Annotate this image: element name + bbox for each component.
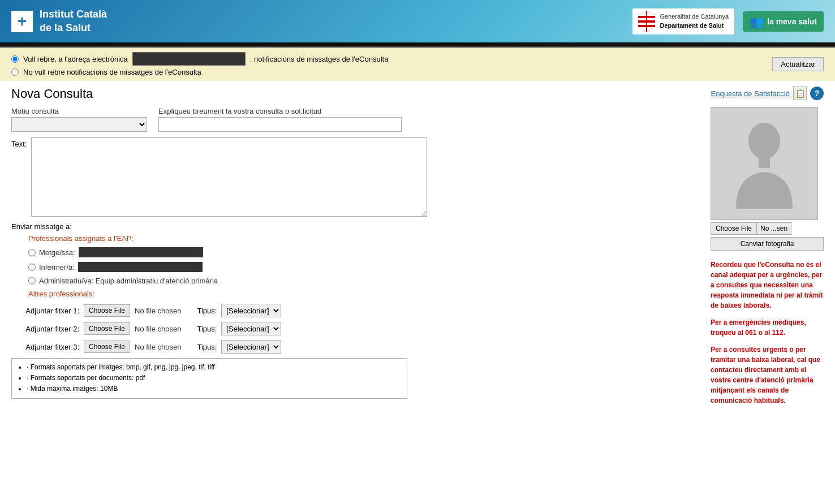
motiu-group: Motiu consulta	[11, 107, 147, 132]
svg-rect-3	[646, 11, 647, 32]
warning-3: Per a consultes urgents o per tramitar u…	[711, 344, 824, 406]
formats-line2: · Formats soportats per documents: pdf	[27, 373, 401, 384]
enquesta-form-icon: 📋	[793, 87, 807, 100]
altres-title: Altres professionals:	[28, 290, 699, 298]
fitxer3-tipus-label: Tipus:	[197, 343, 217, 351]
lameva-salut-badge: 👥 la meva salut	[743, 11, 824, 32]
fitxer2-tipus-label: Tipus:	[197, 325, 217, 333]
infermer-row: Infermer/a:	[28, 262, 699, 272]
fitxer1-choose-button[interactable]: Choose File	[84, 304, 130, 317]
fitxer3-label: Adjuntar fitxer 3:	[11, 343, 79, 351]
header-right: Generalitat de Catalunya Departament de …	[632, 8, 824, 35]
metge-radio[interactable]	[28, 249, 36, 256]
fitxer3-tipus-select[interactable]: [Seleccionar]	[221, 340, 281, 354]
right-column: Choose File No ...sen Canviar fotografia…	[711, 107, 824, 412]
infermer-label: Infermer/a:	[39, 263, 75, 272]
warning-2: Per a emergències mèdiques, truqueu al 0…	[711, 317, 824, 338]
enviar-label: Enviar missatge a:	[11, 222, 699, 231]
metge-name-box	[79, 247, 203, 257]
generalitat-shield-icon	[638, 11, 655, 32]
page-header: Nova Consulta Enquesta de Satisfacció 📋 …	[11, 87, 824, 101]
administratiu-radio[interactable]	[28, 277, 36, 285]
explicau-group: Expliqueu breument la vostra consulta o …	[158, 107, 402, 132]
fitxer1-no-file: No file chosen	[135, 307, 181, 315]
enviar-section: Enviar missatge a: Professionals assigna…	[11, 222, 699, 298]
two-column-layout: Motiu consulta Expliqueu breument la vos…	[11, 107, 824, 412]
fitxer2-tipus-select[interactable]: [Seleccionar]	[221, 322, 281, 335]
page-header-right: Enquesta de Satisfacció 📋 ?	[711, 87, 824, 100]
people-icon: 👥	[750, 15, 764, 28]
infermer-name-box	[78, 262, 203, 272]
notif-yes-radio[interactable]	[11, 55, 19, 63]
professionals-title: Professionals assignats a l'EAP:	[28, 234, 699, 243]
no-sen-text: No ...sen	[757, 222, 791, 235]
page-title: Nova Consulta	[11, 87, 93, 101]
choose-photo-button[interactable]: Choose File	[711, 222, 757, 235]
header: Institut Català de la Salut Generalitat …	[0, 0, 835, 42]
fitxer1-tipus-label: Tipus:	[197, 307, 217, 315]
notification-bar: Vull rebre, a l'adreça electrònica , not…	[0, 46, 835, 81]
fitxer2-row: Adjuntar fitxer 2: Choose File No file c…	[11, 322, 699, 335]
formats-line1: · Formats soportats per imatges: bmp, gi…	[27, 362, 401, 373]
notif-yes-row: Vull rebre, a l'adreça electrònica , not…	[11, 52, 388, 66]
institution-name: Institut Català de la Salut	[40, 8, 107, 35]
text-label: Text:	[11, 137, 27, 148]
cross-logo-icon	[11, 11, 33, 32]
fitxer2-no-file: No file chosen	[135, 325, 181, 333]
attach-section: Adjuntar fitxer 1: Choose File No file c…	[11, 304, 699, 399]
administratiu-row: Administratiu/va: Equip administratiu d'…	[28, 277, 699, 285]
administratiu-label: Administratiu/va: Equip administratiu d'…	[39, 277, 218, 285]
notif-no-row: No vull rebre notificacions de missatges…	[11, 68, 388, 76]
svg-point-4	[748, 123, 780, 159]
fitxer1-row: Adjuntar fitxer 1: Choose File No file c…	[11, 304, 699, 317]
avatar-silhouette-icon	[730, 118, 798, 209]
explicau-input[interactable]	[158, 117, 402, 132]
infermer-radio[interactable]	[28, 264, 36, 271]
fitxer3-row: Adjuntar fitxer 3: Choose File No file c…	[11, 340, 699, 354]
help-icon[interactable]: ?	[810, 87, 824, 100]
actualitzar-button[interactable]: Actualitzar	[772, 57, 824, 71]
enquesta-link[interactable]: Enquesta de Satisfacció	[711, 89, 790, 98]
motiu-label: Motiu consulta	[11, 107, 147, 115]
fitxer2-choose-button[interactable]: Choose File	[84, 322, 130, 335]
notif-no-radio[interactable]	[11, 68, 19, 76]
motiu-explicau-row: Motiu consulta Expliqueu breument la vos…	[11, 107, 699, 132]
fitxer3-no-file: No file chosen	[135, 343, 181, 351]
notif-suffix-text: , notificacions de missatges de l'eConsu…	[250, 55, 389, 63]
header-left: Institut Català de la Salut	[11, 8, 107, 35]
generalitat-logo: Generalitat de Catalunya Departament de …	[632, 8, 734, 35]
warning-1: Recordeu que l'eConsulta no és el canal …	[711, 260, 824, 311]
form-column: Motiu consulta Expliqueu breument la vos…	[11, 107, 699, 412]
metge-label: Metge/ssa:	[39, 248, 75, 257]
notif-no-label: No vull rebre notificacions de missatges…	[23, 68, 201, 76]
warning-section: Recordeu que l'eConsulta no és el canal …	[711, 260, 824, 406]
notif-yes-label: Vull rebre, a l'adreça electrònica	[23, 55, 128, 63]
motiu-select[interactable]	[11, 117, 147, 132]
notification-options: Vull rebre, a l'adreça electrònica , not…	[11, 52, 388, 76]
text-row: Text:	[11, 137, 699, 217]
notif-email-input[interactable]	[132, 52, 246, 66]
fitxer2-label: Adjuntar fitxer 2:	[11, 325, 79, 333]
svg-rect-5	[759, 157, 770, 168]
formats-info-box: · Formats soportats per imatges: bmp, gi…	[11, 358, 407, 399]
canviar-fotografia-button[interactable]: Canviar fotografia	[711, 237, 824, 251]
fitxer3-choose-button[interactable]: Choose File	[84, 341, 130, 353]
avatar-box	[711, 107, 818, 220]
professionals-section: Professionals assignats a l'EAP: Metge/s…	[28, 234, 699, 298]
photo-controls: Choose File No ...sen	[711, 222, 824, 235]
explicau-label: Expliqueu breument la vostra consulta o …	[158, 107, 402, 115]
text-textarea[interactable]	[31, 137, 427, 217]
generalitat-text: Generalitat de Catalunya Departament de …	[660, 12, 729, 30]
fitxer1-tipus-select[interactable]: [Seleccionar]	[221, 304, 281, 317]
fitxer1-label: Adjuntar fitxer 1:	[11, 307, 79, 315]
main-content: Nova Consulta Enquesta de Satisfacció 📋 …	[0, 81, 835, 418]
formats-line3: · Mida màxima imatges: 10MB	[27, 384, 401, 394]
metge-row: Metge/ssa:	[28, 247, 699, 257]
